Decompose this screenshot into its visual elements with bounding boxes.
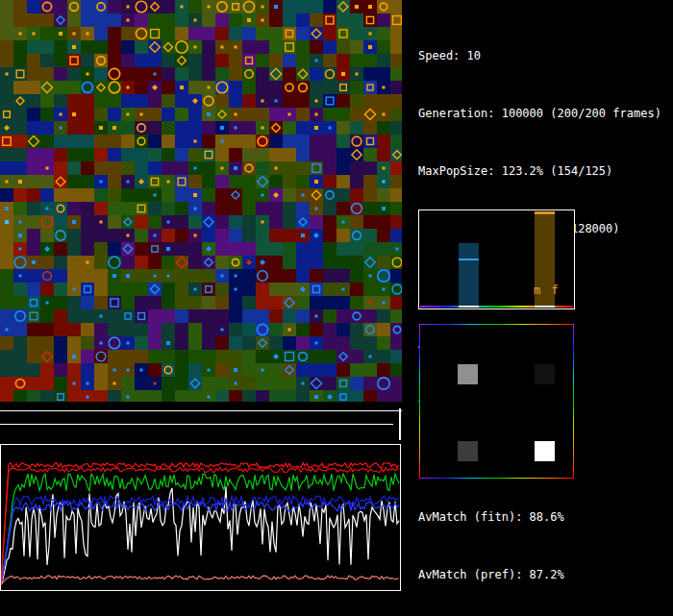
stat-avmatch-pref: AvMatch (pref): 87.2% [418,565,661,584]
male-bar-baseline [459,306,479,308]
male-bar [459,243,479,308]
male-bar-marker-line [459,259,479,260]
matrix-border-right [573,324,574,479]
population-grid-canvas[interactable] [0,0,402,402]
matrix-border-left [419,324,420,479]
stat-speed: Speed: 10 [418,46,661,65]
timeline-handle[interactable] [399,408,401,440]
timeline-track-top[interactable] [0,410,402,411]
history-series-salmon-low [1,576,399,585]
timeline-track-bottom[interactable] [0,424,393,425]
stat-maxpopsize: MaxPopSize: 123.2% (154/125) [418,161,661,181]
simulation-app-window: Speed: 10 Generation: 100000 (200/200 fr… [0,0,673,616]
male-female-label: m f [534,283,561,297]
matrix-border-top [419,324,574,325]
stat-generation: Generation: 100000 (200/200 frames) [418,104,661,123]
female-bar-cap [535,211,555,214]
history-chart-svg [1,445,400,590]
population-grid-panel [0,0,402,402]
sex-histogram-panel: m f [418,209,575,309]
matrix-border-bottom [419,478,574,479]
matrix-cell-top-left [458,364,478,384]
matrix-cell-bottom-left [458,441,478,461]
history-series-white [1,486,399,585]
female-bar-baseline [535,306,555,308]
stat-avmatch-fitn: AvMatch (fitn): 88.6% [418,507,661,527]
stats-panel: Speed: 10 Generation: 100000 (200/200 fr… [418,8,661,616]
matrix-cell-top-right [535,364,555,384]
history-chart-panel [0,444,401,591]
matrix-cell-bottom-right [535,441,555,461]
preference-matrix-panel [419,324,574,479]
